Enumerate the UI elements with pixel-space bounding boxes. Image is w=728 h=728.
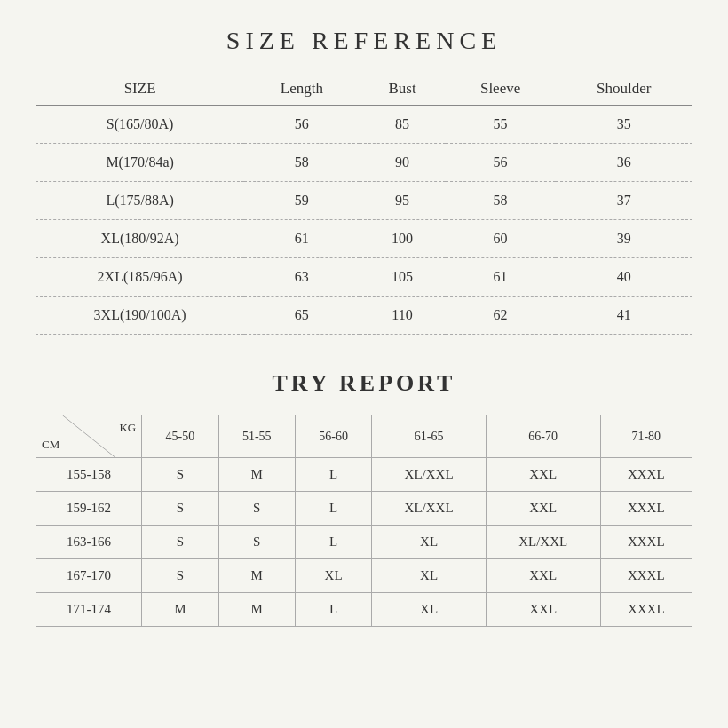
try-cm-cell: 167-170 (36, 559, 142, 593)
try-table-row: 167-170SMXLXLXXLXXXL (36, 559, 692, 593)
try-value-cell: XL/XXL (372, 492, 487, 526)
size-cell-bust: 95 (360, 182, 446, 220)
size-cell-sleeve: 62 (446, 297, 556, 335)
size-cell-size: 3XL(190/100A) (36, 297, 244, 335)
size-cell-length: 56 (244, 106, 359, 144)
size-cell-sleeve: 55 (446, 106, 556, 144)
size-table-row: S(165/80A)56855535 (36, 106, 692, 144)
size-reference-section: SIZE Length Bust Sleeve Shoulder S(165/8… (36, 73, 692, 335)
try-value-cell: XL (295, 559, 371, 593)
size-cell-shoulder: 37 (556, 182, 692, 220)
try-value-cell: XXL (486, 593, 600, 627)
try-value-cell: XXXL (600, 593, 692, 627)
try-value-cell: L (295, 526, 371, 559)
size-cell-size: 2XL(185/96A) (36, 258, 244, 297)
try-cm-cell: 155-158 (36, 458, 142, 492)
try-cm-cell: 171-174 (36, 593, 142, 627)
size-reference-title: SIZE REFERENCE (226, 27, 502, 55)
try-value-cell: XXXL (600, 526, 692, 559)
size-cell-bust: 105 (360, 258, 446, 297)
try-report-section: KG CM 45-50 51-55 56-60 61-65 66-70 71-8… (36, 415, 692, 627)
try-cm-cell: 163-166 (36, 526, 142, 559)
col-size: SIZE (36, 73, 244, 106)
try-value-cell: S (142, 526, 218, 559)
try-value-cell: M (218, 559, 295, 593)
try-value-cell: M (218, 458, 295, 492)
col-sleeve: Sleeve (446, 73, 556, 106)
size-cell-shoulder: 39 (556, 220, 692, 258)
size-cell-length: 59 (244, 182, 359, 220)
size-table-header-row: SIZE Length Bust Sleeve Shoulder (36, 73, 692, 106)
try-value-cell: L (295, 593, 371, 627)
size-table-row: L(175/88A)59955837 (36, 182, 692, 220)
size-table-row: 3XL(190/100A)651106241 (36, 297, 692, 335)
size-cell-size: S(165/80A) (36, 106, 244, 144)
size-cell-shoulder: 36 (556, 144, 692, 182)
try-table-row: 159-162SSLXL/XXLXXLXXXL (36, 492, 692, 526)
col-length: Length (244, 73, 359, 106)
kg-header-1: 51-55 (218, 415, 295, 458)
size-cell-bust: 110 (360, 297, 446, 335)
col-bust: Bust (360, 73, 446, 106)
try-table-row: 171-174MMLXLXXLXXXL (36, 593, 692, 627)
size-table: SIZE Length Bust Sleeve Shoulder S(165/8… (36, 73, 692, 335)
try-value-cell: XL/XXL (372, 458, 487, 492)
try-report-title: TRY REPORT (273, 370, 456, 397)
try-value-cell: S (218, 492, 295, 526)
svg-line-0 (63, 415, 115, 457)
kg-header-5: 71-80 (600, 415, 692, 458)
size-cell-length: 63 (244, 258, 359, 297)
try-value-cell: S (142, 492, 218, 526)
kg-header-3: 61-65 (372, 415, 487, 458)
size-cell-shoulder: 40 (556, 258, 692, 297)
kg-header-2: 56-60 (295, 415, 371, 458)
try-value-cell: S (142, 559, 218, 593)
size-cell-shoulder: 35 (556, 106, 692, 144)
size-cell-bust: 100 (360, 220, 446, 258)
kg-header-4: 66-70 (486, 415, 600, 458)
size-cell-sleeve: 56 (446, 144, 556, 182)
size-cell-length: 65 (244, 297, 359, 335)
size-cell-size: L(175/88A) (36, 182, 244, 220)
try-value-cell: XL (372, 526, 487, 559)
try-table-row: 155-158SMLXL/XXLXXLXXXL (36, 458, 692, 492)
try-value-cell: M (142, 593, 218, 627)
try-value-cell: XXL (486, 492, 600, 526)
size-cell-sleeve: 60 (446, 220, 556, 258)
try-value-cell: XXXL (600, 492, 692, 526)
try-table: KG CM 45-50 51-55 56-60 61-65 66-70 71-8… (36, 415, 692, 627)
size-table-row: 2XL(185/96A)631056140 (36, 258, 692, 297)
kg-header-0: 45-50 (142, 415, 218, 458)
try-value-cell: XXL (486, 458, 600, 492)
size-cell-sleeve: 61 (446, 258, 556, 297)
try-table-row: 163-166SSLXLXL/XXLXXXL (36, 526, 692, 559)
size-cell-shoulder: 41 (556, 297, 692, 335)
try-value-cell: L (295, 458, 371, 492)
try-table-header-row: KG CM 45-50 51-55 56-60 61-65 66-70 71-8… (36, 415, 692, 458)
size-cell-length: 61 (244, 220, 359, 258)
try-value-cell: L (295, 492, 371, 526)
try-value-cell: XL/XXL (486, 526, 600, 559)
size-cell-bust: 85 (360, 106, 446, 144)
try-value-cell: S (218, 526, 295, 559)
size-cell-bust: 90 (360, 144, 446, 182)
try-value-cell: M (218, 593, 295, 627)
size-table-row: M(170/84a)58905636 (36, 144, 692, 182)
try-value-cell: XXXL (600, 559, 692, 593)
size-cell-size: XL(180/92A) (36, 220, 244, 258)
try-value-cell: S (142, 458, 218, 492)
try-cm-cell: 159-162 (36, 492, 142, 526)
size-cell-length: 58 (244, 144, 359, 182)
size-cell-size: M(170/84a) (36, 144, 244, 182)
size-cell-sleeve: 58 (446, 182, 556, 220)
try-value-cell: XXL (486, 559, 600, 593)
size-table-row: XL(180/92A)611006039 (36, 220, 692, 258)
try-value-cell: XXXL (600, 458, 692, 492)
cm-label: CM (42, 438, 59, 452)
try-value-cell: XL (372, 559, 487, 593)
corner-cell: KG CM (36, 415, 142, 458)
col-shoulder: Shoulder (556, 73, 692, 106)
try-value-cell: XL (372, 593, 487, 627)
